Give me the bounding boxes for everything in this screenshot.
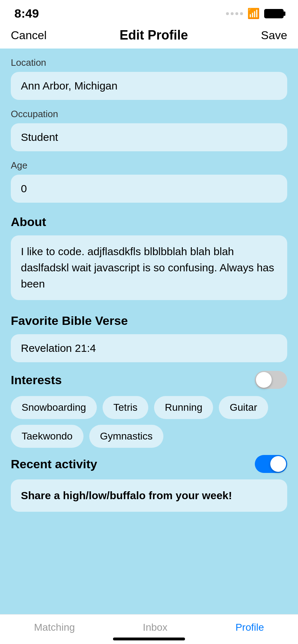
tab-inbox[interactable]: Inbox [143, 622, 168, 633]
occupation-input[interactable] [11, 123, 287, 151]
wifi-icon: 📶 [247, 8, 260, 19]
location-label: Location [11, 57, 287, 68]
location-input[interactable] [11, 72, 287, 100]
nav-bar: Cancel Edit Profile Save [0, 24, 298, 49]
occupation-label: Occupation [11, 109, 287, 120]
recent-activity-header: Recent activity [11, 455, 287, 473]
status-time: 8:49 [14, 6, 39, 20]
status-icons: 📶 [226, 8, 284, 19]
home-indicator [113, 638, 185, 640]
recent-activity-toggle[interactable] [255, 455, 287, 473]
interest-tag-snowboarding[interactable]: Snowboarding [11, 396, 97, 419]
about-heading: About [11, 215, 287, 229]
activity-prompt: Share a high/low/buffalo from your week! [21, 489, 232, 501]
about-textarea[interactable]: I like to code. adjflasdkfls blblbblah b… [11, 235, 287, 300]
status-bar: 8:49 📶 [0, 0, 298, 24]
age-label: Age [11, 160, 287, 171]
signal-dots-icon [226, 12, 243, 15]
interest-tag-taekwondo[interactable]: Taekwondo [11, 425, 83, 448]
bible-verse-heading: Favorite Bible Verse [11, 314, 287, 328]
activity-card[interactable]: Share a high/low/buffalo from your week! [11, 479, 287, 512]
interests-tags: Snowboarding Tetris Running Guitar Taekw… [11, 396, 287, 448]
page-title: Edit Profile [119, 28, 188, 43]
battery-icon [264, 9, 284, 18]
interest-tag-tetris[interactable]: Tetris [103, 396, 148, 419]
interest-tag-guitar[interactable]: Guitar [219, 396, 268, 419]
tab-profile[interactable]: Profile [235, 622, 264, 633]
bible-verse-input[interactable] [11, 334, 287, 362]
interests-heading: Interests [11, 373, 62, 387]
interests-toggle[interactable] [255, 371, 287, 389]
age-input[interactable] [11, 175, 287, 203]
toggle-knob-activity [270, 456, 286, 472]
cancel-button[interactable]: Cancel [11, 29, 47, 42]
main-content: Location Occupation Age About I like to … [0, 49, 298, 616]
save-button[interactable]: Save [261, 29, 287, 42]
interests-section-header: Interests [11, 371, 287, 389]
interest-tag-running[interactable]: Running [154, 396, 213, 419]
tab-matching[interactable]: Matching [34, 622, 75, 633]
interest-tag-gymnastics[interactable]: Gymnastics [89, 425, 163, 448]
toggle-knob [256, 372, 272, 388]
recent-activity-heading: Recent activity [11, 457, 97, 471]
